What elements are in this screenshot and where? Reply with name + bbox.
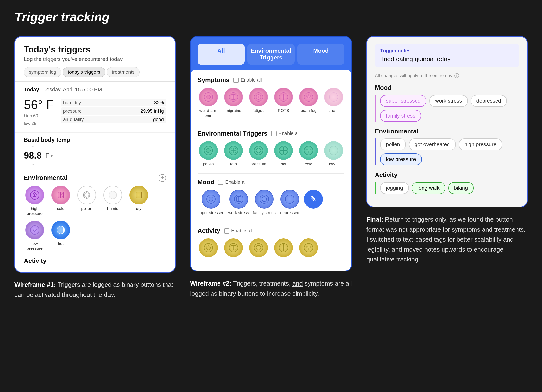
env-tags-grid: pollen got overheated high pressure low …: [380, 138, 519, 165]
svg-rect-23: [58, 227, 64, 233]
activity-icon-5[interactable]: [298, 238, 319, 257]
tag-low-pressure[interactable]: low pressure: [380, 153, 422, 165]
high-pressure-icon: [25, 186, 44, 204]
tag-super-stressed[interactable]: super stressed: [380, 95, 426, 107]
wf2-activity-enable-all[interactable]: Enable all: [224, 228, 252, 234]
svg-point-52: [304, 146, 313, 155]
mood-depressed[interactable]: depressed: [279, 190, 301, 215]
wf2-tab-all[interactable]: All: [198, 44, 245, 65]
tag-got-overheated[interactable]: got overheated: [409, 138, 456, 150]
wf2-mood-title: Mood: [198, 178, 214, 186]
env-trigger-pollen[interactable]: pollen: [198, 141, 219, 167]
work-stress-label: work stress: [228, 210, 249, 215]
final-desc-bold: Final:: [366, 216, 383, 223]
tag-work-stress[interactable]: work stress: [429, 95, 468, 107]
apply-note-text: All changes will apply to the entire day: [375, 73, 452, 78]
mood-edit-button[interactable]: ✎: [304, 190, 323, 209]
env-icon-pollen[interactable]: pollen: [76, 186, 98, 216]
wf2-tab-environmental[interactable]: EnvironmentalTriggers: [247, 44, 294, 65]
svg-point-36: [306, 95, 308, 97]
wf2-tab-mood[interactable]: Mood: [297, 44, 344, 65]
env-trigger-pressure[interactable]: pressure: [248, 141, 269, 167]
migraine-icon: [224, 88, 243, 106]
wf2-activity-checkbox[interactable]: [224, 228, 229, 234]
tag-depressed[interactable]: depressed: [471, 95, 507, 107]
symptom-weird-arm-pain[interactable]: weird arm pain: [198, 88, 219, 118]
activity-tags-grid: jogging long walk biking: [380, 182, 519, 194]
wf2-description: Wireframe #2: Triggers, treatments, and …: [190, 279, 352, 299]
svg-point-40: [307, 97, 308, 98]
tab-todays-triggers[interactable]: today's triggers: [63, 67, 105, 77]
wf1-bbt-unit-dropdown[interactable]: ▾: [50, 153, 53, 158]
low-pressure-label: lowpressure: [27, 241, 43, 251]
env-icon-humid[interactable]: humid: [102, 186, 124, 216]
svg-point-47: [254, 146, 263, 155]
env-icon-hot[interactable]: hot: [50, 221, 72, 251]
svg-point-20: [30, 226, 39, 234]
tab-treatments[interactable]: treatments: [107, 67, 139, 77]
wf2-mood-checkbox[interactable]: [218, 180, 223, 185]
tag-high-pressure[interactable]: high pressure: [459, 138, 502, 150]
wf2-symptoms-enable-all[interactable]: Enable all: [233, 77, 262, 83]
env-icon-dry[interactable]: dry: [128, 186, 150, 216]
depressed-label: depressed: [280, 210, 299, 215]
symptom-pots[interactable]: POTS: [273, 88, 294, 118]
wf1-header: Today's triggers Log the triggers you've…: [15, 37, 175, 67]
final-description: Final: Return to triggers only, as we fo…: [366, 215, 528, 265]
low-pressure-icon: [25, 221, 44, 239]
trigger-notes-text[interactable]: Tried eating quinoa today: [380, 55, 514, 63]
wf1-bbt-control: ⌃ 98.8 ⌄ F ▾: [24, 145, 166, 166]
more-label: sha...: [329, 108, 339, 113]
svg-point-77: [304, 243, 313, 252]
wf1-temp-low: low 35: [24, 121, 36, 126]
wf2-mood-section: Mood Enable all super stressed: [198, 178, 344, 215]
wf2-mood-enable-all[interactable]: Enable all: [218, 179, 246, 185]
tag-pollen[interactable]: pollen: [380, 138, 406, 150]
tag-long-walk[interactable]: long walk: [412, 182, 445, 194]
wireframe-2-card: All EnvironmentalTriggers Mood Symptoms …: [190, 36, 352, 271]
activity-bar: [375, 182, 376, 194]
wf1-down-arrow[interactable]: ⌄: [31, 161, 35, 166]
tab-symptom-log[interactable]: symptom log: [24, 67, 61, 77]
tag-family-stress[interactable]: family stress: [380, 110, 421, 122]
env-icon-cold[interactable]: cold: [50, 186, 72, 216]
svg-point-72: [254, 243, 263, 252]
symptom-fatigue[interactable]: fatigue: [248, 88, 269, 118]
final-env-section: Environmental pollen got overheated high…: [375, 128, 519, 165]
wf2-symptoms-checkbox[interactable]: [233, 78, 239, 83]
env-trigger-rain[interactable]: rain: [223, 141, 244, 167]
env-trigger-cold[interactable]: cold: [298, 141, 319, 167]
activity-icon-3[interactable]: [248, 238, 269, 257]
env-bar: [375, 138, 376, 165]
wf2-env-checkbox[interactable]: [271, 131, 277, 136]
wf1-activity-section: Activity: [15, 255, 175, 272]
symptom-migraine[interactable]: migraine: [223, 88, 244, 118]
mood-super-stressed[interactable]: super stressed: [198, 190, 225, 215]
activity-icon-2[interactable]: [223, 238, 244, 257]
tag-biking[interactable]: biking: [448, 182, 474, 194]
final-mood-title: Mood: [375, 84, 519, 91]
wf1-temp-block: 56° F high 60 low 35: [24, 98, 54, 128]
symptom-more[interactable]: sha...: [323, 88, 344, 118]
activity-icon-1[interactable]: [198, 238, 219, 257]
env-trigger-low[interactable]: low...: [323, 141, 344, 167]
mood-bar: [375, 95, 376, 122]
env-icon-high-pressure[interactable]: highpressure: [24, 186, 46, 216]
env-trigger-hot[interactable]: hot: [273, 141, 294, 167]
final-mood-section: Mood super stressed work stress depresse…: [375, 84, 519, 122]
activity-icon-4[interactable]: [273, 238, 294, 257]
pollen-icon: [77, 186, 96, 204]
apply-note: All changes will apply to the entire day…: [375, 73, 519, 78]
svg-point-16: [109, 191, 117, 199]
wf1-add-env-button[interactable]: +: [159, 174, 166, 182]
env-icon-low-pressure[interactable]: lowpressure: [24, 221, 46, 251]
final-env-inner: pollen got overheated high pressure low …: [375, 138, 519, 165]
tag-jogging[interactable]: jogging: [380, 182, 409, 194]
wf2-env-enable-all[interactable]: Enable all: [271, 131, 300, 136]
symptom-brain-fog[interactable]: brain fog: [298, 88, 319, 118]
mood-family-stress[interactable]: family stress: [253, 190, 276, 215]
wf1-up-arrow[interactable]: ⌃: [31, 145, 35, 150]
svg-point-39: [309, 97, 310, 98]
mood-work-stress[interactable]: work stress: [228, 190, 250, 215]
wireframe-1-col: Today's triggers Log the triggers you've…: [14, 36, 176, 300]
